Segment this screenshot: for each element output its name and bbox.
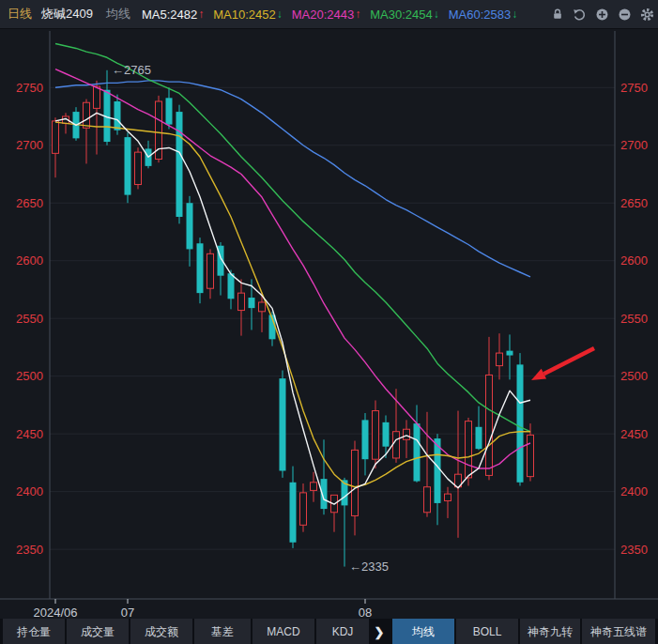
ma10-trend-arrow-icon: ↓ bbox=[277, 8, 283, 21]
svg-text:2600: 2600 bbox=[16, 253, 43, 268]
tab-macd[interactable]: MACD bbox=[252, 619, 314, 644]
ma60-trend-arrow-icon: ↓ bbox=[512, 8, 517, 21]
svg-text:2550: 2550 bbox=[16, 312, 43, 326]
ma60-value: MA60:2583 bbox=[449, 8, 512, 22]
trading-app-window: 日线 烧碱2409 均线 MA5:2482↑ MA10:2452↓ MA20:2… bbox=[0, 0, 658, 644]
svg-text:2450: 2450 bbox=[16, 427, 43, 441]
ma10-legend: MA10:2452↓ bbox=[213, 8, 283, 22]
period-selector[interactable]: 日线 bbox=[8, 6, 32, 23]
svg-text:07: 07 bbox=[121, 606, 134, 619]
tab-magic-five-lines[interactable]: 神奇五线谱 bbox=[582, 619, 655, 644]
more-sub-indicators-chevron-icon[interactable]: ❯ bbox=[369, 619, 390, 644]
svg-text:2024/06: 2024/06 bbox=[34, 606, 78, 619]
svg-text:←2765: ←2765 bbox=[112, 63, 151, 77]
ma5-trend-arrow-icon: ↑ bbox=[198, 8, 204, 21]
svg-text:2550: 2550 bbox=[620, 312, 648, 326]
ma60-legend: MA60:2583↓ bbox=[449, 8, 518, 22]
toolbar-icon-group bbox=[550, 8, 654, 22]
zoom-out-icon[interactable] bbox=[618, 8, 632, 22]
svg-text:2350: 2350 bbox=[620, 543, 648, 557]
svg-text:←2335: ←2335 bbox=[349, 560, 389, 574]
svg-text:08: 08 bbox=[359, 606, 372, 619]
lock-icon[interactable] bbox=[550, 8, 564, 22]
svg-text:2450: 2450 bbox=[620, 427, 648, 441]
ma30-value: MA30:2454 bbox=[370, 8, 433, 22]
ma30-legend: MA30:2454↓ bbox=[370, 8, 439, 22]
svg-text:2500: 2500 bbox=[16, 369, 43, 383]
ma20-legend: MA20:2443↑ bbox=[292, 8, 361, 22]
settings-gear-icon[interactable] bbox=[640, 8, 654, 22]
zoom-in-icon[interactable] bbox=[595, 8, 609, 22]
tab-open-interest[interactable]: 持仓量 bbox=[3, 619, 65, 644]
tab-boll[interactable]: BOLL bbox=[456, 619, 518, 644]
overlay-indicator-tabs: 均线 BOLL 神奇九转 神奇五线谱 ❯ bbox=[390, 619, 658, 644]
svg-text:2350: 2350 bbox=[16, 543, 43, 557]
tab-ma[interactable]: 均线 bbox=[392, 619, 454, 644]
tab-magic-nine[interactable]: 神奇九转 bbox=[520, 619, 580, 644]
tab-turnover[interactable]: 成交额 bbox=[130, 619, 192, 644]
svg-text:2600: 2600 bbox=[620, 253, 648, 268]
tab-basis[interactable]: 基差 bbox=[194, 619, 251, 644]
tab-volume[interactable]: 成交量 bbox=[67, 619, 129, 644]
svg-text:2400: 2400 bbox=[620, 484, 648, 498]
svg-text:2500: 2500 bbox=[620, 369, 648, 383]
svg-text:2700: 2700 bbox=[620, 138, 648, 152]
symbol-name: 烧碱2409 bbox=[41, 6, 93, 23]
ma20-value: MA20:2443 bbox=[292, 8, 355, 22]
indicator-name-label: 均线 bbox=[106, 6, 130, 23]
ma5-legend: MA5:2482↑ bbox=[142, 8, 204, 22]
svg-text:2750: 2750 bbox=[620, 81, 648, 95]
candlestick-chart[interactable]: 2750275027002700265026502600260025502550… bbox=[0, 29, 658, 619]
ma30-trend-arrow-icon: ↓ bbox=[434, 8, 439, 21]
tab-kdj[interactable]: KDJ bbox=[316, 619, 369, 644]
undo-icon[interactable] bbox=[573, 8, 587, 22]
chart-toolbar: 日线 烧碱2409 均线 MA5:2482↑ MA10:2452↓ MA20:2… bbox=[0, 0, 658, 29]
svg-text:2700: 2700 bbox=[16, 138, 43, 152]
svg-text:2650: 2650 bbox=[16, 196, 43, 210]
svg-text:2650: 2650 bbox=[620, 196, 648, 210]
sub-indicator-tabs: 持仓量 成交量 成交额 基差 MACD KDJ ❯ bbox=[0, 619, 390, 644]
ma20-trend-arrow-icon: ↑ bbox=[355, 8, 360, 21]
ma5-value: MA5:2482 bbox=[142, 8, 197, 22]
svg-text:2400: 2400 bbox=[16, 484, 43, 498]
svg-text:2750: 2750 bbox=[16, 81, 43, 95]
indicator-tabbar: 持仓量 成交量 成交额 基差 MACD KDJ ❯ 均线 BOLL 神奇九转 神… bbox=[0, 619, 658, 644]
ma10-value: MA10:2452 bbox=[213, 8, 276, 22]
price-chart-area[interactable]: 2750275027002700265026502600260025502550… bbox=[0, 29, 658, 619]
